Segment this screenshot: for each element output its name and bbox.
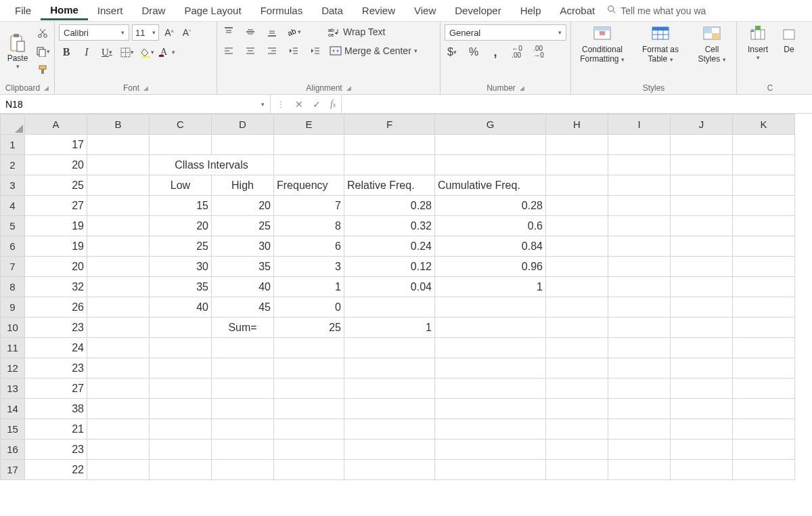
- fill-color-button[interactable]: ▾: [140, 45, 155, 60]
- cell-B10[interactable]: [87, 318, 150, 338]
- cell-K1[interactable]: [733, 135, 795, 155]
- cell-F1[interactable]: [344, 135, 435, 155]
- cell-I3[interactable]: [608, 175, 671, 196]
- cell-J5[interactable]: [671, 216, 733, 236]
- accounting-format-button[interactable]: $▾: [445, 45, 459, 60]
- cell-J2[interactable]: [671, 155, 733, 175]
- cell-I12[interactable]: [608, 358, 671, 379]
- cell-H11[interactable]: [546, 338, 608, 358]
- cell-K14[interactable]: [733, 399, 795, 419]
- column-header-H[interactable]: H: [546, 114, 608, 135]
- cell-G16[interactable]: [435, 439, 546, 460]
- cell-B9[interactable]: [87, 297, 150, 318]
- cell-G14[interactable]: [435, 399, 546, 419]
- cell-K10[interactable]: [733, 318, 795, 338]
- cell-D8[interactable]: 40: [212, 277, 274, 297]
- cell-H17[interactable]: [546, 460, 608, 480]
- underline-button[interactable]: U▾: [99, 45, 114, 60]
- tab-page-layout[interactable]: Page Layout: [175, 2, 250, 19]
- format-as-table-button[interactable]: Format as Table ▾: [633, 24, 687, 64]
- row-header-7[interactable]: 7: [1, 257, 25, 277]
- cell-A1[interactable]: 17: [25, 135, 87, 155]
- cell-A4[interactable]: 27: [25, 196, 87, 216]
- cell-C4[interactable]: 15: [150, 196, 212, 216]
- enter-formula-icon[interactable]: ✓: [313, 99, 321, 110]
- cell-K2[interactable]: [733, 155, 795, 175]
- cell-D3[interactable]: High: [212, 175, 274, 196]
- cell-G2[interactable]: [435, 155, 546, 175]
- decrease-font-button[interactable]: Aˇ: [179, 25, 194, 40]
- cell-C1[interactable]: [150, 135, 212, 155]
- row-header-8[interactable]: 8: [1, 277, 25, 297]
- row-header-9[interactable]: 9: [1, 297, 25, 318]
- cell-C14[interactable]: [150, 399, 212, 419]
- orientation-button[interactable]: ab▾: [286, 24, 301, 39]
- cell-H4[interactable]: [546, 196, 608, 216]
- cell-C6[interactable]: 25: [150, 236, 212, 257]
- percent-format-button[interactable]: %: [466, 45, 481, 60]
- cell-E6[interactable]: 6: [274, 236, 344, 257]
- cell-J12[interactable]: [671, 358, 733, 379]
- cell-E2[interactable]: [274, 155, 344, 175]
- font-color-button[interactable]: A ▾: [160, 45, 175, 60]
- cell-I8[interactable]: [608, 277, 671, 297]
- column-header-B[interactable]: B: [87, 114, 150, 135]
- cell-D14[interactable]: [212, 399, 274, 419]
- cell-F4[interactable]: 0.28: [344, 196, 435, 216]
- cell-F2[interactable]: [344, 155, 435, 175]
- cell-K15[interactable]: [733, 419, 795, 439]
- cell-J8[interactable]: [671, 277, 733, 297]
- name-box[interactable]: ▾: [0, 95, 271, 113]
- cell-B4[interactable]: [87, 196, 150, 216]
- cell-A7[interactable]: 20: [25, 257, 87, 277]
- cell-C5[interactable]: 20: [150, 216, 212, 236]
- cell-E16[interactable]: [274, 439, 344, 460]
- tell-me-search[interactable]: Tell me what you wa: [607, 5, 706, 16]
- row-header-15[interactable]: 15: [1, 419, 25, 439]
- cell-G1[interactable]: [435, 135, 546, 155]
- cell-K3[interactable]: [733, 175, 795, 196]
- cell-A15[interactable]: 21: [25, 419, 87, 439]
- cell-A2[interactable]: 20: [25, 155, 87, 175]
- cell-J16[interactable]: [671, 439, 733, 460]
- cell-C13[interactable]: [150, 379, 212, 399]
- cell-J11[interactable]: [671, 338, 733, 358]
- cell-B6[interactable]: [87, 236, 150, 257]
- tab-review[interactable]: Review: [353, 2, 405, 19]
- cell-H3[interactable]: [546, 175, 608, 196]
- cell-C3[interactable]: Low: [150, 175, 212, 196]
- cell-G9[interactable]: [435, 297, 546, 318]
- cell-B7[interactable]: [87, 257, 150, 277]
- decrease-indent-button[interactable]: [286, 43, 301, 58]
- cell-D6[interactable]: 30: [212, 236, 274, 257]
- cell-K6[interactable]: [733, 236, 795, 257]
- cell-A14[interactable]: 38: [25, 399, 87, 419]
- cell-J15[interactable]: [671, 419, 733, 439]
- cell-A10[interactable]: 23: [25, 318, 87, 338]
- cell-A8[interactable]: 32: [25, 277, 87, 297]
- cell-F12[interactable]: [344, 358, 435, 379]
- cell-C12[interactable]: [150, 358, 212, 379]
- cell-J7[interactable]: [671, 257, 733, 277]
- cell-H13[interactable]: [546, 379, 608, 399]
- cell-C16[interactable]: [150, 439, 212, 460]
- cell-K9[interactable]: [733, 297, 795, 318]
- cell-D10[interactable]: Sum=: [212, 318, 274, 338]
- cell-K5[interactable]: [733, 216, 795, 236]
- font-launcher[interactable]: ◢: [143, 85, 148, 91]
- font-size-select[interactable]: 11▾: [132, 24, 159, 41]
- align-center-button[interactable]: [243, 43, 258, 58]
- cell-D12[interactable]: [212, 358, 274, 379]
- ellipsis-icon[interactable]: ⋮: [276, 99, 286, 110]
- cell-H5[interactable]: [546, 216, 608, 236]
- cell-E5[interactable]: 8: [274, 216, 344, 236]
- cell-K4[interactable]: [733, 196, 795, 216]
- tab-insert[interactable]: Insert: [88, 2, 133, 19]
- row-header-3[interactable]: 3: [1, 175, 25, 196]
- column-header-A[interactable]: A: [25, 114, 87, 135]
- cell-H8[interactable]: [546, 277, 608, 297]
- cell-K13[interactable]: [733, 379, 795, 399]
- cell-F6[interactable]: 0.24: [344, 236, 435, 257]
- cell-C2[interactable]: Cllass Intervals: [150, 155, 274, 175]
- font-name-select[interactable]: Calibri▾: [59, 24, 129, 41]
